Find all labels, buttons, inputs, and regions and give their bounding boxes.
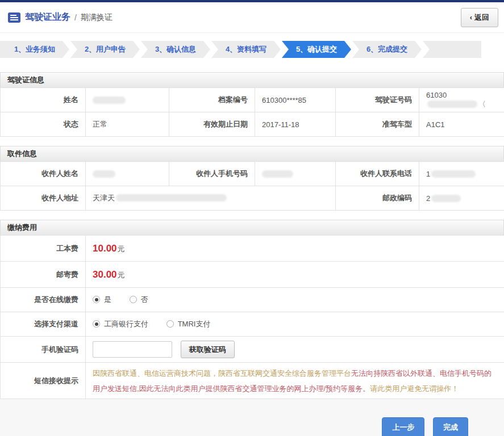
- vehicle-class-label: 准驾车型: [336, 112, 419, 137]
- radio-option-yes[interactable]: 是: [93, 295, 111, 304]
- recipient-mobile-value: [255, 162, 336, 186]
- recipient-address-value: 天津天: [86, 186, 336, 211]
- fee-amount: 30.00: [93, 269, 117, 280]
- table-row: 是否在线缴费 是 否: [1, 288, 504, 312]
- status-label: 状态: [1, 112, 86, 137]
- radio-option-tmri[interactable]: TMRI支付: [166, 320, 211, 328]
- fee-unit: 元: [118, 245, 125, 253]
- recipient-address-label: 收件人地址: [1, 186, 86, 211]
- redacted-blob: [427, 100, 477, 108]
- pickup-info-table: 收件人姓名 收件人手机号码 收件人联系电话 1 收件人地址 天津天 邮政编码 2: [0, 161, 504, 211]
- production-fee-label: 工本费: [1, 236, 86, 262]
- table-row: 短信接收提示 因陕西省联通、电信运营商技术问题，陕西省互联网交通安全综合服务管理…: [1, 363, 504, 399]
- recipient-name-value: [86, 162, 169, 186]
- step-4-fill-materials: 4、资料填写: [211, 41, 281, 58]
- step-wizard: 1、业务须知 2、用户申告 3、确认信息 4、资料填写 5、确认提交 6、完成提…: [0, 41, 481, 58]
- fee-amount: 10.00: [93, 243, 117, 254]
- name-value: [86, 88, 169, 112]
- license-info-table: 姓名 档案编号 610300****85 驾驶证号码 61030〈 状态 正常 …: [0, 87, 504, 137]
- status-value: 正常: [86, 112, 169, 137]
- breadcrumb-current: 期满换证: [81, 12, 113, 23]
- license-no-value: 61030〈: [419, 88, 504, 112]
- vehicle-class-value: A1C1: [419, 112, 504, 137]
- license-no-label: 驾驶证号码: [336, 88, 419, 112]
- back-button[interactable]: ‹返回: [461, 8, 498, 27]
- sms-notice-label: 短信接收提示: [1, 363, 86, 399]
- sms-code-input[interactable]: [93, 341, 172, 358]
- radio-option-no[interactable]: 否: [130, 295, 148, 304]
- sms-code-label: 手机验证码: [1, 337, 86, 363]
- table-row: 姓名 档案编号 610300****85 驾驶证号码 61030〈: [1, 88, 504, 112]
- sms-code-cell: 获取验证码: [86, 337, 504, 363]
- table-row: 收件人姓名 收件人手机号码 收件人联系电话 1: [1, 162, 504, 186]
- online-payment-label: 是否在线缴费: [1, 288, 86, 312]
- redacted-blob: [431, 195, 461, 202]
- radio-unselected-icon[interactable]: [166, 320, 174, 328]
- radio-unselected-icon[interactable]: [130, 296, 137, 303]
- pickup-info-section: 取件信息 收件人姓名 收件人手机号码 收件人联系电话 1 收件人地址 天津天 邮…: [0, 146, 504, 211]
- redacted-blob: [431, 170, 476, 178]
- redacted-blob: [93, 170, 115, 178]
- file-no-value: 610300****85: [255, 88, 336, 112]
- license-info-section: 驾驶证信息 姓名 档案编号 610300****85 驾驶证号码 61030〈 …: [0, 72, 504, 137]
- previous-step-button[interactable]: 上一步: [382, 417, 424, 436]
- file-no-label: 档案编号: [169, 88, 255, 112]
- step-2-user-declaration: 2、用户申告: [70, 41, 140, 58]
- fees-section: 缴纳费用 工本费 10.00元 邮寄费 30.00元 是否在线缴费 是 否 选择…: [0, 220, 504, 399]
- fees-table: 工本费 10.00元 邮寄费 30.00元 是否在线缴费 是 否 选择支付渠道 …: [0, 235, 504, 399]
- payment-channel-label: 选择支付渠道: [1, 312, 86, 337]
- sms-notice-text: 因陕西省联通、电信运营商技术问题，陕西省互联网交通安全综合服务管理平台无法向持陕…: [93, 366, 497, 396]
- table-row: 手机验证码 获取验证码: [1, 337, 504, 363]
- step-6-complete-submit: 6、完成提交: [352, 41, 422, 58]
- valid-until-label: 有效期止日期: [169, 112, 255, 137]
- table-row: 工本费 10.00元: [1, 236, 504, 262]
- postal-code-value: 2: [419, 186, 504, 211]
- section-title: 取件信息: [0, 146, 504, 161]
- sms-notice-cell: 因陕西省联通、电信运营商技术问题，陕西省互联网交通安全综合服务管理平台无法向持陕…: [86, 363, 504, 399]
- page-title: 驾驶证业务: [25, 11, 70, 23]
- recipient-phone-label: 收件人联系电话: [336, 162, 419, 186]
- mailing-fee-label: 邮寄费: [1, 262, 86, 288]
- radio-selected-icon[interactable]: [93, 296, 100, 303]
- fee-unit: 元: [118, 271, 125, 279]
- table-row: 收件人地址 天津天 邮政编码 2: [1, 186, 504, 211]
- production-fee-value: 10.00元: [86, 236, 504, 262]
- table-row: 邮寄费 30.00元: [1, 262, 504, 288]
- step-1-business-notes: 1、业务须知: [0, 41, 69, 58]
- recipient-name-label: 收件人姓名: [1, 162, 86, 186]
- postal-code-label: 邮政编码: [336, 186, 419, 211]
- form-list-icon: [8, 12, 20, 23]
- breadcrumb-separator: /: [74, 13, 77, 22]
- mailing-fee-value: 30.00元: [86, 262, 504, 288]
- table-row: 状态 正常 有效期止日期 2017-11-18 准驾车型 A1C1: [1, 112, 504, 137]
- online-payment-options: 是 否: [86, 288, 504, 312]
- radio-option-icbc[interactable]: 工商银行支付: [93, 320, 148, 328]
- table-row: 选择支付渠道 工商银行支付 TMRI支付: [1, 312, 504, 337]
- redacted-blob: [93, 97, 126, 104]
- radio-selected-icon[interactable]: [93, 320, 100, 328]
- chevron-left-icon: ‹: [470, 13, 472, 22]
- footer-actions: 上一步 完成: [0, 399, 504, 436]
- recipient-mobile-label: 收件人手机号码: [169, 162, 255, 186]
- finish-button[interactable]: 完成: [433, 417, 468, 436]
- payment-channel-options: 工商银行支付 TMRI支付: [86, 312, 504, 337]
- section-title: 驾驶证信息: [0, 72, 504, 87]
- get-sms-code-button[interactable]: 获取验证码: [181, 341, 235, 358]
- step-bar-filler: [423, 41, 481, 58]
- redacted-blob: [262, 170, 293, 178]
- valid-until-value: 2017-11-18: [255, 112, 336, 137]
- redacted-blob: [116, 194, 227, 202]
- page-header: 驾驶证业务 / 期满换证 ‹返回: [0, 2, 504, 33]
- recipient-phone-value: 1: [419, 162, 504, 186]
- name-label: 姓名: [1, 88, 86, 112]
- section-title: 缴纳费用: [0, 220, 504, 235]
- step-3-confirm-info: 3、确认信息: [141, 41, 210, 58]
- step-5-confirm-submit: 5、确认提交: [282, 41, 351, 58]
